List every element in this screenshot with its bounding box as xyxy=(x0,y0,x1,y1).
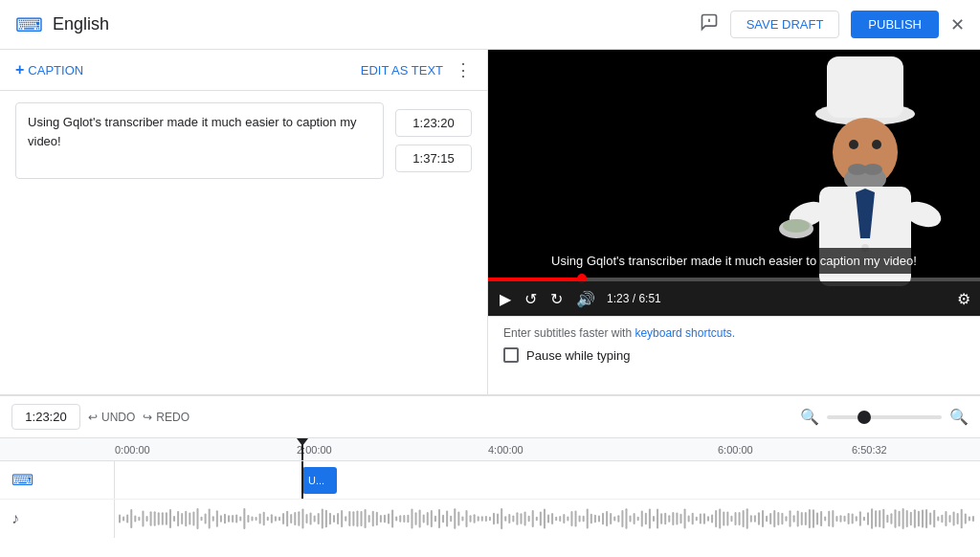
svg-rect-212 xyxy=(875,510,877,526)
svg-rect-25 xyxy=(146,516,148,522)
svg-rect-157 xyxy=(660,513,662,524)
svg-rect-194 xyxy=(805,512,807,525)
zoom-slider[interactable] xyxy=(827,415,942,419)
keyboard-shortcuts-link[interactable]: keyboard shortcuts. xyxy=(635,326,735,340)
subtitle-text: Using Gqlot's transcriber made it much e… xyxy=(551,254,917,268)
svg-rect-166 xyxy=(696,517,698,521)
svg-rect-217 xyxy=(894,509,896,528)
svg-rect-173 xyxy=(723,511,724,525)
volume-button[interactable]: 🔊 xyxy=(574,288,597,310)
publish-button[interactable]: PUBLISH xyxy=(851,11,939,38)
svg-rect-170 xyxy=(711,515,713,524)
svg-rect-144 xyxy=(610,513,612,524)
svg-rect-26 xyxy=(150,511,152,525)
svg-rect-189 xyxy=(785,516,787,521)
svg-rect-137 xyxy=(583,516,585,523)
svg-rect-215 xyxy=(886,515,888,523)
svg-rect-84 xyxy=(376,512,378,526)
svg-rect-164 xyxy=(688,516,690,523)
svg-rect-160 xyxy=(672,512,674,525)
svg-rect-74 xyxy=(337,513,339,524)
svg-rect-37 xyxy=(192,511,194,525)
svg-rect-177 xyxy=(739,512,741,525)
playhead-track-line xyxy=(301,461,303,499)
redo-button[interactable]: ↪ REDO xyxy=(143,411,189,424)
settings-button[interactable]: ⚙ xyxy=(957,290,970,308)
audio-icon: ♪ xyxy=(11,510,19,527)
svg-rect-120 xyxy=(516,512,518,525)
svg-rect-191 xyxy=(793,515,795,523)
video-player: Using Gqlot's transcriber made it much e… xyxy=(488,50,980,316)
svg-rect-162 xyxy=(679,514,681,524)
play-button[interactable]: ▶ xyxy=(498,288,513,310)
svg-rect-51 xyxy=(247,515,249,523)
feedback-button[interactable] xyxy=(700,12,719,36)
svg-rect-122 xyxy=(524,511,526,525)
pause-label: Pause while typing xyxy=(526,348,630,363)
svg-rect-132 xyxy=(563,514,565,524)
svg-rect-221 xyxy=(910,512,912,526)
svg-rect-204 xyxy=(844,516,846,523)
caption-track-icon: ⌨ xyxy=(11,471,33,489)
timestamp-end-button[interactable]: 1:37:15 xyxy=(395,145,472,172)
save-draft-button[interactable]: SAVE DRAFT xyxy=(730,11,840,38)
plus-icon: + xyxy=(15,61,24,78)
svg-rect-145 xyxy=(613,517,615,522)
caption-toolbar: + CAPTION EDIT AS TEXT ⋮ xyxy=(0,50,487,91)
rewind-button[interactable]: ↺ xyxy=(523,288,539,310)
svg-rect-151 xyxy=(637,517,639,521)
caption-text-input[interactable]: Using <span style="text-decoration:under… xyxy=(15,102,384,179)
svg-rect-203 xyxy=(839,515,841,523)
svg-rect-80 xyxy=(361,511,363,526)
svg-rect-59 xyxy=(278,517,280,521)
ruler-mark-0: 0:00:00 xyxy=(115,444,150,456)
svg-rect-62 xyxy=(290,514,292,524)
audio-track-label: ♪ xyxy=(0,500,115,538)
svg-rect-18 xyxy=(119,515,121,524)
svg-rect-106 xyxy=(461,517,463,522)
caption-track-label: ⌨ xyxy=(0,461,115,499)
svg-rect-199 xyxy=(824,517,826,522)
pause-while-typing-checkbox[interactable] xyxy=(503,347,519,363)
svg-rect-202 xyxy=(835,516,837,522)
svg-rect-197 xyxy=(816,513,818,525)
svg-rect-169 xyxy=(707,516,709,522)
svg-rect-75 xyxy=(341,510,343,527)
undo-button[interactable]: ↩ UNDO xyxy=(88,411,135,424)
svg-rect-47 xyxy=(232,515,234,523)
svg-point-16 xyxy=(783,219,810,233)
svg-rect-86 xyxy=(384,515,386,524)
svg-rect-112 xyxy=(485,516,487,522)
svg-rect-231 xyxy=(948,515,950,523)
zoom-in-icon[interactable]: 🔍 xyxy=(949,408,969,426)
svg-rect-94 xyxy=(415,512,417,525)
svg-rect-195 xyxy=(809,509,811,528)
svg-rect-121 xyxy=(520,513,522,524)
forward-button[interactable]: ↻ xyxy=(548,288,565,310)
svg-rect-32 xyxy=(173,516,175,522)
svg-rect-23 xyxy=(138,517,140,521)
svg-rect-113 xyxy=(489,517,491,521)
add-caption-button[interactable]: + CAPTION xyxy=(15,61,83,78)
svg-rect-24 xyxy=(142,510,144,526)
timestamp-start-button[interactable]: 1:23:20 xyxy=(395,109,472,137)
svg-rect-20 xyxy=(126,515,128,524)
svg-rect-201 xyxy=(832,510,834,527)
playhead[interactable] xyxy=(301,438,303,460)
svg-rect-158 xyxy=(664,513,666,524)
svg-rect-171 xyxy=(715,510,717,527)
svg-rect-142 xyxy=(602,513,604,524)
svg-rect-111 xyxy=(481,516,483,521)
caption-block[interactable]: U... xyxy=(302,467,337,494)
svg-rect-105 xyxy=(457,511,459,525)
current-time-display: 1:23:20 xyxy=(11,404,80,430)
audio-waveform xyxy=(115,500,980,538)
svg-rect-224 xyxy=(922,509,924,527)
svg-rect-153 xyxy=(645,513,647,524)
close-button[interactable]: ✕ xyxy=(950,14,965,35)
edit-as-text-button[interactable]: EDIT AS TEXT xyxy=(361,63,443,78)
svg-rect-57 xyxy=(271,514,273,524)
svg-rect-83 xyxy=(372,511,374,527)
more-options-button[interactable]: ⋮ xyxy=(455,59,472,80)
zoom-out-icon[interactable]: 🔍 xyxy=(800,408,819,426)
